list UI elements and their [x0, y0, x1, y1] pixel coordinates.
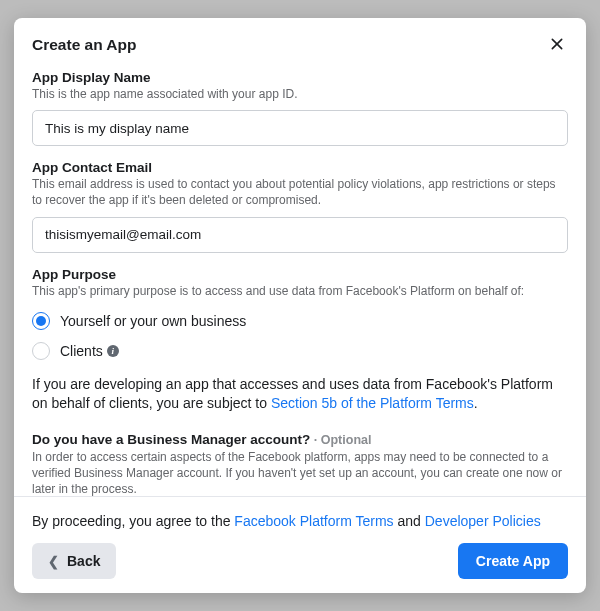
purpose-section: App Purpose This app's primary purpose i… — [32, 267, 568, 365]
purpose-option-clients-label: Clients — [60, 343, 103, 359]
purpose-label: App Purpose — [32, 267, 568, 282]
business-manager-label-row: Do you have a Business Manager account? … — [32, 430, 568, 448]
optional-tag: · Optional — [310, 433, 371, 447]
purpose-hint: This app's primary purpose is to access … — [32, 283, 568, 299]
back-button-label: Back — [67, 553, 100, 569]
contact-email-label: App Contact Email — [32, 160, 568, 175]
business-manager-section: Do you have a Business Manager account? … — [32, 430, 568, 496]
agreement-text: By proceeding, you agree to the Facebook… — [32, 513, 568, 529]
purpose-option-self-label: Yourself or your own business — [60, 313, 246, 329]
display-name-section: App Display Name This is the app name as… — [32, 70, 568, 146]
purpose-option-self[interactable]: Yourself or your own business — [32, 307, 568, 335]
display-name-input[interactable] — [32, 110, 568, 146]
close-button[interactable] — [546, 34, 568, 56]
business-manager-label: Do you have a Business Manager account? — [32, 432, 310, 447]
clients-notice: If you are developing an app that access… — [32, 375, 568, 414]
chevron-left-icon: ❮ — [48, 554, 59, 569]
create-app-button[interactable]: Create App — [458, 543, 568, 579]
display-name-hint: This is the app name associated with you… — [32, 86, 568, 102]
radio-icon — [32, 342, 50, 360]
radio-icon — [32, 312, 50, 330]
platform-terms-5b-link[interactable]: Section 5b of the Platform Terms — [271, 395, 474, 411]
info-icon[interactable]: i — [107, 345, 119, 357]
dialog-body: Create an App App Display Name This is t… — [14, 18, 586, 496]
purpose-option-clients[interactable]: Clients i — [32, 337, 568, 365]
notice-suffix: . — [474, 395, 478, 411]
contact-email-input[interactable] — [32, 217, 568, 253]
business-manager-hint: In order to access certain aspects of th… — [32, 449, 568, 496]
create-app-dialog: Create an App App Display Name This is t… — [14, 18, 586, 593]
create-app-button-label: Create App — [476, 553, 550, 569]
contact-email-hint: This email address is used to contact yo… — [32, 176, 568, 208]
contact-email-section: App Contact Email This email address is … — [32, 160, 568, 252]
platform-terms-link[interactable]: Facebook Platform Terms — [234, 513, 393, 529]
agree-and: and — [394, 513, 425, 529]
developer-policies-link[interactable]: Developer Policies — [425, 513, 541, 529]
dialog-footer: By proceeding, you agree to the Facebook… — [14, 496, 586, 593]
back-button[interactable]: ❮ Back — [32, 543, 116, 579]
dialog-title: Create an App — [32, 36, 137, 54]
display-name-label: App Display Name — [32, 70, 568, 85]
agree-prefix: By proceeding, you agree to the — [32, 513, 234, 529]
footer-buttons: ❮ Back Create App — [32, 543, 568, 579]
close-icon — [549, 36, 565, 52]
dialog-header: Create an App — [32, 34, 568, 56]
